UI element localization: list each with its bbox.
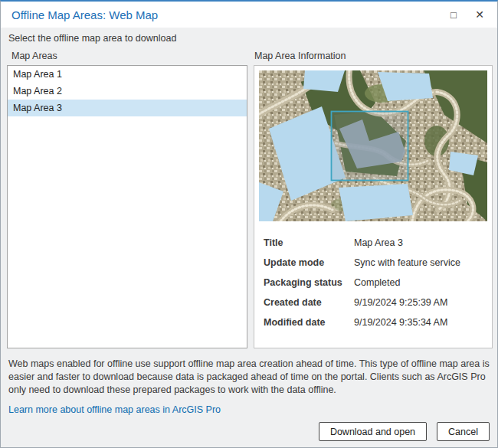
field-modified-date: Modified date 9/19/2024 9:35:34 AM (264, 316, 486, 329)
field-modified-date-value: 9/19/2024 9:35:34 AM (354, 316, 447, 329)
aerial-map-image (259, 70, 487, 221)
main-area: Map Areas Map Area 1 Map Area 2 Map Area… (1, 47, 497, 348)
map-areas-header: Map Areas (7, 47, 247, 65)
field-update-mode: Update mode Sync with feature service (264, 257, 486, 270)
window-title: Offline Map Areas: Web Map (1, 8, 441, 21)
field-modified-date-label: Modified date (264, 316, 354, 329)
field-packaging-status-value: Completed (354, 276, 400, 289)
field-title-value: Map Area 3 (354, 237, 403, 250)
map-area-thumbnail (259, 70, 487, 221)
dialog-subtitle: Select the offline map area to download (1, 28, 497, 47)
field-created-date-label: Created date (264, 296, 354, 309)
field-update-mode-value: Sync with feature service (354, 257, 460, 270)
field-title-label: Title (264, 237, 354, 250)
footer: Web maps enabled for offline use support… (1, 348, 497, 447)
list-item-map-area-2[interactable]: Map Area 2 (8, 83, 247, 100)
download-and-open-button[interactable]: Download and open (319, 422, 427, 441)
close-icon[interactable]: ✕ (467, 2, 493, 28)
field-title: Title Map Area 3 (264, 237, 486, 250)
titlebar: Offline Map Areas: Web Map □ ✕ (1, 2, 497, 28)
field-created-date-value: 9/19/2024 9:25:39 AM (354, 296, 447, 309)
map-area-details: Title Map Area 3 Update mode Sync with f… (254, 226, 492, 329)
list-item-map-area-1[interactable]: Map Area 1 (8, 66, 247, 83)
map-area-info-column: Map Area Information (247, 47, 493, 348)
field-packaging-status-label: Packaging status (264, 276, 354, 289)
offline-description: Web maps enabled for offline use support… (8, 358, 493, 397)
button-row: Download and open Cancel (8, 422, 490, 441)
field-packaging-status: Packaging status Completed (264, 276, 486, 289)
offline-map-areas-dialog: Offline Map Areas: Web Map □ ✕ Select th… (0, 0, 498, 448)
cancel-button[interactable]: Cancel (437, 422, 490, 441)
list-item-map-area-3[interactable]: Map Area 3 (8, 100, 247, 116)
map-areas-column: Map Areas Map Area 1 Map Area 2 Map Area… (1, 47, 247, 348)
learn-more-link[interactable]: Learn more about offline map areas in Ar… (8, 404, 221, 415)
maximize-icon[interactable]: □ (441, 2, 467, 28)
map-area-info-header: Map Area Information (254, 47, 493, 65)
map-areas-list[interactable]: Map Area 1 Map Area 2 Map Area 3 (7, 65, 247, 348)
field-created-date: Created date 9/19/2024 9:25:39 AM (264, 296, 486, 309)
field-update-mode-label: Update mode (264, 257, 354, 270)
map-area-info-panel: Title Map Area 3 Update mode Sync with f… (254, 65, 493, 348)
